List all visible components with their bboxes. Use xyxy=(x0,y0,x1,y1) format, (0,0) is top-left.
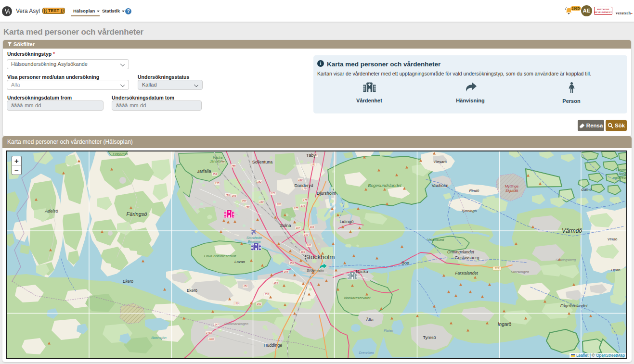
svg-text:Nacka: Nacka xyxy=(356,269,368,274)
svg-text:178: 178 xyxy=(303,199,308,201)
svg-text:Drevviken: Drevviken xyxy=(359,351,374,354)
svg-text:Gustavsberg: Gustavsberg xyxy=(454,255,479,260)
svg-text:175: 175 xyxy=(294,207,298,210)
svg-text:161: 161 xyxy=(307,244,311,247)
svg-text:Västra: Västra xyxy=(213,156,222,159)
svg-text:Lovan: Lovan xyxy=(234,260,245,264)
svg-text:758: 758 xyxy=(245,205,250,208)
svg-text:152: 152 xyxy=(257,302,261,305)
svg-text:Nackareservatet: Nackareservatet xyxy=(344,296,371,300)
svg-text:156: 156 xyxy=(289,262,294,264)
svg-text:Stickingsberg: Stickingsberg xyxy=(556,258,576,262)
svg-text:Resarö: Resarö xyxy=(434,160,447,164)
svg-text:Tynningö: Tynningö xyxy=(461,209,477,213)
svg-text:155: 155 xyxy=(284,270,288,273)
svg-text:756: 756 xyxy=(225,193,230,196)
svg-text:147: 147 xyxy=(214,323,219,326)
svg-text:Velamsund: Velamsund xyxy=(427,238,445,241)
svg-text:Solna: Solna xyxy=(280,223,291,228)
svg-text:Vindö: Vindö xyxy=(608,237,618,241)
svg-text:Järvafältet: Järvafältet xyxy=(209,160,226,163)
svg-text:Lova naturreservat: Lova naturreservat xyxy=(204,254,236,258)
svg-text:170: 170 xyxy=(276,203,281,206)
svg-text:151: 151 xyxy=(243,285,247,288)
svg-text:Ekerö: Ekerö xyxy=(187,288,197,293)
svg-text:Hjälmö: Hjälmö xyxy=(616,168,626,172)
svg-text:181: 181 xyxy=(311,163,315,166)
svg-text:169: 169 xyxy=(259,201,263,203)
svg-text:Rindö: Rindö xyxy=(469,188,479,193)
svg-text:163: 163 xyxy=(304,233,309,236)
svg-text:156: 156 xyxy=(232,194,236,197)
svg-text:Tyresö: Tyresö xyxy=(423,335,436,340)
svg-text:146a: 146a xyxy=(206,331,212,334)
svg-text:Älta: Älta xyxy=(366,317,374,322)
svg-text:Fågelbrolandet: Fågelbrolandet xyxy=(560,303,588,308)
svg-text:176: 176 xyxy=(300,204,305,207)
svg-text:171: 171 xyxy=(271,192,275,195)
svg-text:150: 150 xyxy=(234,302,239,305)
svg-text:222: 222 xyxy=(494,267,500,270)
svg-text:1460: 1460 xyxy=(208,338,215,340)
svg-text:Lidingö: Lidingö xyxy=(339,219,353,224)
svg-text:Stockholm: Stockholm xyxy=(246,236,262,239)
svg-text:Danderyd: Danderyd xyxy=(294,183,313,188)
svg-text:160: 160 xyxy=(298,178,303,181)
svg-text:Huddinge: Huddinge xyxy=(264,343,283,348)
svg-text:Adelsö: Adelsö xyxy=(44,209,58,213)
svg-text:Flaten: Flaten xyxy=(384,329,393,332)
svg-text:155: 155 xyxy=(215,182,220,185)
svg-text:Boo: Boo xyxy=(401,261,409,265)
svg-text:Ingarö: Ingarö xyxy=(498,322,512,327)
svg-text:naturreser: naturreser xyxy=(613,176,626,179)
svg-text:Vaxholm: Vaxholm xyxy=(432,183,448,188)
svg-text:Färingsö: Färingsö xyxy=(127,211,147,217)
svg-text:Farstalandet: Farstalandet xyxy=(455,271,478,276)
svg-text:154: 154 xyxy=(212,173,217,176)
svg-text:Djurö: Djurö xyxy=(611,268,621,272)
svg-text:Bornsjön: Bornsjön xyxy=(151,336,167,340)
svg-text:Skjutfält: Skjutfält xyxy=(505,188,519,193)
svg-text:755: 755 xyxy=(231,164,236,167)
svg-text:154: 154 xyxy=(273,281,278,284)
svg-text:167: 167 xyxy=(296,226,300,229)
svg-text:Eldgarnsö: Eldgarnsö xyxy=(113,152,128,156)
svg-text:Lådna: Lådna xyxy=(617,172,626,176)
svg-text:Gömmarskogen: Gömmarskogen xyxy=(224,322,248,326)
svg-text:Södermalm: Södermalm xyxy=(307,269,324,272)
svg-text:152: 152 xyxy=(257,180,261,183)
svg-text:Järfälla: Järfälla xyxy=(197,169,211,174)
svg-text:Ormingelandet: Ormingelandet xyxy=(447,250,474,254)
svg-text:Värmdö: Värmdö xyxy=(562,227,582,234)
svg-text:Myttinge: Myttinge xyxy=(505,184,518,188)
svg-text:153: 153 xyxy=(264,293,269,296)
svg-text:164: 164 xyxy=(310,226,314,228)
svg-text:Bogesundslandet: Bogesundslandet xyxy=(368,183,401,188)
svg-text:Djursholm: Djursholm xyxy=(317,191,336,196)
svg-text:Gällnö: Gällnö xyxy=(581,188,592,192)
svg-text:Storskogen: Storskogen xyxy=(511,270,529,274)
svg-text:Täby: Täby xyxy=(306,153,316,158)
svg-text:757: 757 xyxy=(242,200,246,202)
svg-text:Sollentuna: Sollentuna xyxy=(252,160,273,164)
svg-text:Ekerö: Ekerö xyxy=(123,279,133,284)
svg-text:Stockholm: Stockholm xyxy=(304,253,335,261)
